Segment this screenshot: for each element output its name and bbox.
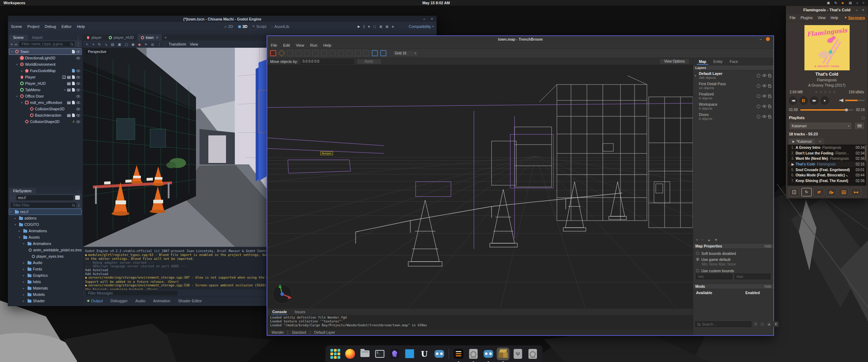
shear-tool-icon[interactable] <box>338 50 344 56</box>
instance-scene-icon[interactable]: ∞ <box>14 42 17 46</box>
joypad-icon[interactable]: ◈ <box>392 25 394 28</box>
trenchbroom-title-bar[interactable]: town.map - TrenchBroom – <box>267 36 773 42</box>
expand-icon[interactable]: ▸ <box>23 274 26 277</box>
volume-icon[interactable] <box>839 99 843 102</box>
face-tool-icon[interactable] <box>313 50 319 56</box>
csg-subtract-tool-icon[interactable] <box>355 50 361 56</box>
pause-button[interactable] <box>799 97 808 105</box>
group-tool-icon[interactable]: ◉ <box>131 42 135 46</box>
bottom-tab-output[interactable]: Output <box>87 299 103 303</box>
track-row[interactable]: ▶ That's Cold - Flamingosis 02:16 <box>788 162 866 167</box>
stop-button[interactable]: ■ <box>821 97 829 105</box>
godot-title-bar[interactable]: (*)town.tscn - Chisana Machi - Godot Eng… <box>8 16 436 22</box>
script-icon[interactable] <box>72 50 75 53</box>
menu-editor[interactable]: Editor <box>61 24 72 29</box>
workspaces-button[interactable]: Workspaces <box>0 1 25 5</box>
scene-tree-row[interactable]: TabMenu ≈ <box>9 87 82 93</box>
track-row[interactable]: 1. A Groovy Intro - Flamingosis 00:34 <box>788 145 866 151</box>
scene-tree-row[interactable]: ▾ mdl_env_officedoor <box>9 99 82 106</box>
star-icon[interactable]: ★ <box>832 89 837 94</box>
scene-tree-row[interactable]: BasicInteraction <box>9 112 82 118</box>
dock-item-media-device[interactable] <box>467 348 480 360</box>
seek-slider[interactable] <box>800 109 854 111</box>
nav-back-icon[interactable]: ‹ <box>11 196 12 199</box>
eye-icon[interactable] <box>76 76 80 78</box>
tab-face[interactable]: Face <box>727 58 741 65</box>
track-row[interactable]: 6. Otaku Mode (Feat. Birocratic) -. 03:4… <box>788 173 866 178</box>
expand-icon[interactable]: ▸ <box>23 268 26 271</box>
menu-scene[interactable]: Scene <box>11 24 22 29</box>
bottom-tab-audio[interactable]: Audio <box>135 299 145 303</box>
filesystem-row[interactable]: ▸ Animations <box>9 228 82 234</box>
workspace-script[interactable]: ✎Script <box>252 24 267 29</box>
bounds-max-input[interactable] <box>735 274 771 279</box>
playlist-select[interactable]: Katamari ▾ <box>789 122 852 130</box>
workspace-2d[interactable]: ▱2D <box>224 24 233 29</box>
expand-icon[interactable]: ▾ <box>14 223 18 226</box>
script-icon[interactable] <box>72 88 75 92</box>
tab-filesystem[interactable]: FileSystem <box>9 188 36 194</box>
script-icon[interactable] <box>72 82 75 85</box>
layer-control-button[interactable]: + <box>696 238 698 242</box>
dock-item-firefox[interactable] <box>344 348 357 360</box>
dynamic-playback-button[interactable]: d▸ <box>826 188 837 197</box>
workspace-3d[interactable]: ▣3D <box>238 24 248 29</box>
lock-tool-icon[interactable]: ▣ <box>118 42 121 46</box>
perspective-menu[interactable]: Perspective <box>86 49 108 54</box>
grid-size-select[interactable]: Grid 16 ▾ <box>392 50 418 57</box>
ruler-tool-icon[interactable]: ◆ <box>138 42 141 46</box>
filesystem-row[interactable]: ▸ hdris <box>9 279 82 285</box>
eye-icon[interactable] <box>76 114 80 117</box>
playlist-menu-button[interactable] <box>854 122 865 130</box>
menu-help[interactable]: Help <box>323 43 332 47</box>
filesystem-row[interactable]: ▸ Graphics <box>9 272 82 279</box>
window-switcher-icon[interactable]: ▣ <box>827 1 830 5</box>
dock-item-trenchbroom[interactable] <box>497 348 510 360</box>
menu-debug[interactable]: Debug <box>44 24 56 29</box>
menu-file[interactable]: File <box>271 43 277 47</box>
mods-button[interactable]: − <box>760 321 765 327</box>
dock-item-media-device-2[interactable] <box>527 348 539 360</box>
filesystem-row[interactable]: ▾ COGITO <box>9 221 82 228</box>
layer-row[interactable]: ● Default Layer288 objects <box>693 70 773 81</box>
shuffle-button[interactable]: ⇄ <box>814 188 824 197</box>
volume-icon[interactable]: ♪ <box>856 1 858 5</box>
filesystem-row[interactable]: ▾ res:// <box>9 209 82 215</box>
layer-control-button[interactable]: − <box>702 238 704 242</box>
filesystem-row[interactable]: anim_wieldable_pistol.es.tres <box>9 247 82 253</box>
layer-row[interactable]: First Detail Pass14 objects <box>693 81 773 91</box>
media-play-icon[interactable]: ▶ <box>842 1 844 5</box>
nav-forward-icon[interactable]: › <box>13 196 14 199</box>
use-custom-bounds-radio[interactable]: Use custom bounds <box>696 268 771 274</box>
numbered-list-button[interactable]: 1 <box>789 188 799 197</box>
script-icon[interactable] <box>72 69 75 72</box>
scene-tab-player_HUD[interactable]: player_HUD <box>105 34 137 41</box>
expand-icon[interactable]: ▾ <box>20 101 24 104</box>
environment-preview-tool-icon[interactable]: ◎ <box>151 42 154 46</box>
close-icon[interactable]: × <box>862 8 864 12</box>
pause-icon[interactable]: ∥ <box>363 25 365 28</box>
layer-control-button[interactable]: ▲ <box>707 238 711 242</box>
csg-intersect-tool-icon[interactable] <box>363 50 369 56</box>
track-list-scrollbar[interactable] <box>865 145 866 161</box>
dock-item-godot[interactable] <box>433 348 446 360</box>
star-icon[interactable]: ★ <box>819 89 824 94</box>
menu-help[interactable]: Help <box>831 16 838 20</box>
menu-help[interactable]: Help <box>77 24 85 29</box>
track-row[interactable]: 5. Soul Crusade (Feat. Engelwood) 03:01 <box>788 167 866 173</box>
eye-icon[interactable] <box>76 89 80 91</box>
filesystem-row[interactable]: ▸ Textures <box>9 304 82 305</box>
sort-icon[interactable]: ↕ <box>78 203 80 207</box>
unlock-tool-icon[interactable]: ▢ <box>125 42 128 46</box>
filesystem-row[interactable]: ▸ Models <box>9 291 82 298</box>
track-row[interactable]: 2. Don't Lose the Feeling - Flamin... 02… <box>788 151 866 156</box>
dock-item-godot-running[interactable] <box>482 348 495 360</box>
track-row[interactable]: 7. Keep Shining (Feat. The Kount) 02:36 <box>788 178 866 184</box>
remote-debug-icon[interactable]: ▢ <box>373 25 376 28</box>
eye-icon[interactable] <box>76 108 80 110</box>
eye-icon[interactable] <box>76 51 80 53</box>
sync-icon[interactable]: ↻ <box>834 1 837 5</box>
list-select-tool-icon[interactable]: ▤ <box>111 42 114 46</box>
output-filter-input[interactable] <box>86 291 178 296</box>
dock-item-file-manager[interactable] <box>359 348 371 360</box>
